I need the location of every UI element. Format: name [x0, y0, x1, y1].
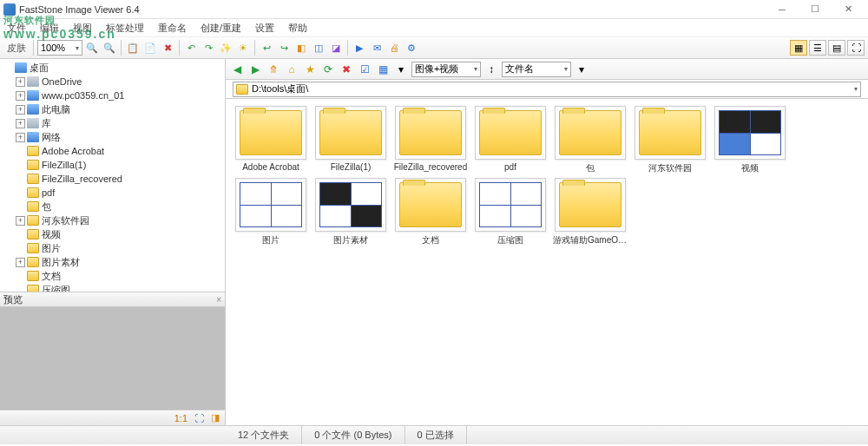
folder-icon [559, 110, 621, 155]
tree-node[interactable]: +库 [0, 116, 225, 130]
move-icon[interactable]: 📄 [142, 40, 158, 56]
close-button[interactable]: ✕ [832, 0, 865, 19]
compare-icon[interactable]: ◪ [328, 40, 344, 56]
thumbnail-item[interactable]: 视频 [712, 106, 788, 174]
tree-node[interactable]: 桌面 [0, 61, 225, 75]
tree-node[interactable]: 图片 [0, 241, 225, 255]
tree-node[interactable]: +此电脑 [0, 102, 225, 116]
tree-node[interactable]: 视频 [0, 227, 225, 241]
thumbnail-item[interactable]: 河东软件园 [632, 106, 708, 174]
thumbnail-area[interactable]: Adobe AcrobatFileZilla(1)FileZilla_recov… [226, 99, 868, 425]
settings-icon[interactable]: ⚙ [404, 40, 419, 56]
thumbnail-label: 游戏辅助GameOfM... [553, 234, 628, 246]
tree-node[interactable]: +图片素材 [0, 255, 225, 269]
thumbnail-item[interactable]: 图片素材 [312, 178, 389, 246]
menu-tag[interactable]: 标签处理 [102, 20, 148, 36]
delete-icon[interactable]: ✖ [160, 40, 175, 56]
tree-label: 河东软件园 [42, 214, 89, 227]
fit-icon[interactable]: ⛶ [194, 413, 204, 423]
zoom-in-icon[interactable]: 🔍 [102, 40, 117, 56]
preview-close-icon[interactable]: × [216, 295, 221, 305]
calendar-icon[interactable]: ▦ [375, 62, 391, 77]
expand-icon[interactable]: + [16, 91, 25, 101]
tree-label: 视频 [42, 228, 61, 241]
thumbnail-item[interactable]: FileZilla_recovered [392, 106, 469, 174]
tree-node[interactable]: 包 [0, 200, 225, 213]
home-icon[interactable]: ⌂ [284, 62, 299, 77]
brightness-icon[interactable]: ☀ [235, 40, 251, 56]
effects-icon[interactable]: ✨ [218, 40, 233, 56]
expand-icon[interactable]: + [16, 258, 25, 267]
folder-icon [27, 174, 39, 184]
menu-settings[interactable]: 设置 [252, 20, 278, 36]
tree-node[interactable]: pdf [0, 186, 225, 200]
view-thumbnails-button[interactable]: ▦ [790, 40, 807, 56]
thumbnail-item[interactable]: 包 [552, 106, 628, 174]
thumbnail-item[interactable]: 图片 [233, 178, 309, 246]
back-icon[interactable]: ◀ [229, 62, 245, 77]
expand-icon[interactable]: + [16, 216, 25, 226]
view-details-button[interactable]: ▤ [828, 40, 845, 56]
rotate-right-icon[interactable]: ↷ [201, 40, 216, 56]
tree-node[interactable]: FileZilla_recovered [0, 172, 225, 186]
tree-node[interactable]: +www.pc0359.cn_01 [0, 89, 225, 102]
email-icon[interactable]: ✉ [369, 40, 385, 56]
thumbnail-item[interactable]: 压缩图 [472, 178, 549, 246]
sort-icon[interactable]: ↕ [483, 62, 499, 77]
maximize-button[interactable]: ☐ [799, 0, 832, 19]
folder-tree[interactable]: 桌面+OneDrive+www.pc0359.cn_01+此电脑+库+网络Ado… [0, 59, 225, 292]
menu-file[interactable]: 文件 [3, 20, 30, 36]
minimize-button[interactable]: ─ [766, 0, 799, 19]
expand-icon[interactable]: + [16, 105, 25, 115]
menu-rename[interactable]: 重命名 [155, 20, 190, 36]
select-icon[interactable]: ☑ [357, 62, 372, 77]
redo-icon[interactable]: ↪ [276, 40, 292, 56]
view-fullscreen-button[interactable]: ⛶ [847, 40, 865, 56]
menu-edit[interactable]: 编辑 [36, 20, 62, 36]
fav-icon[interactable]: ★ [302, 62, 318, 77]
stop-icon[interactable]: ✖ [339, 62, 354, 77]
type-filter-combo[interactable]: 图像+视频▾ [411, 62, 481, 77]
sort-dir-icon[interactable]: ▾ [574, 62, 589, 77]
tree-node[interactable]: +OneDrive [0, 75, 225, 89]
tree-node[interactable]: Adobe Acrobat [0, 144, 225, 158]
resize-icon[interactable]: ◫ [311, 40, 326, 56]
zoom-out-icon[interactable]: 🔍 [84, 40, 100, 56]
dropdown-icon[interactable]: ▾ [393, 62, 409, 77]
print-icon[interactable]: 🖨 [386, 40, 402, 56]
menu-view[interactable]: 视图 [69, 20, 95, 36]
thumbnail-item[interactable]: FileZilla(1) [312, 106, 389, 174]
tree-node[interactable]: 压缩图 [0, 283, 225, 292]
tree-node[interactable]: +河东软件园 [0, 213, 225, 227]
undo-icon[interactable]: ↩ [259, 40, 274, 56]
path-combo[interactable]: D:\tools\桌面\ ▾ [233, 82, 861, 97]
window-title: FastStone Image Viewer 6.4 [19, 4, 766, 15]
up-icon[interactable]: ⤊ [266, 62, 281, 77]
copy-icon[interactable]: 📋 [125, 40, 141, 56]
thumbnail-item[interactable]: 文档 [392, 178, 469, 246]
sort-combo[interactable]: 文件名▾ [502, 62, 571, 77]
expand-icon[interactable]: ◨ [211, 412, 220, 423]
app-icon [3, 3, 16, 16]
tree-node[interactable]: 文档 [0, 269, 225, 283]
expand-icon[interactable]: + [16, 119, 25, 128]
tree-node[interactable]: +网络 [0, 130, 225, 144]
thumbnail-item[interactable]: pdf [472, 106, 549, 174]
view-list-button[interactable]: ☰ [809, 40, 826, 56]
crop-icon[interactable]: ◧ [293, 40, 309, 56]
statusbar: 12 个文件夹 0 个文件 (0 Bytes) 0 已选择 [0, 425, 868, 444]
thumbnail-item[interactable]: 游戏辅助GameOfM... [552, 178, 628, 246]
thumbnail-item[interactable]: Adobe Acrobat [233, 106, 309, 174]
forward-icon[interactable]: ▶ [247, 62, 263, 77]
slideshow-icon[interactable]: ▶ [352, 40, 367, 56]
expand-icon[interactable]: + [16, 77, 25, 87]
zoom-combo[interactable]: 100%▾ [37, 40, 82, 56]
expand-icon[interactable]: + [16, 133, 25, 142]
tree-node[interactable]: FileZilla(1) [0, 158, 225, 172]
skin-button[interactable]: 皮肤 [3, 40, 30, 56]
rotate-left-icon[interactable]: ↶ [183, 40, 199, 56]
menu-create[interactable]: 创建/重建 [197, 20, 245, 36]
menu-help[interactable]: 帮助 [285, 20, 311, 36]
refresh-icon[interactable]: ⟳ [320, 62, 336, 77]
thumbnail-label: 图片 [262, 234, 279, 246]
